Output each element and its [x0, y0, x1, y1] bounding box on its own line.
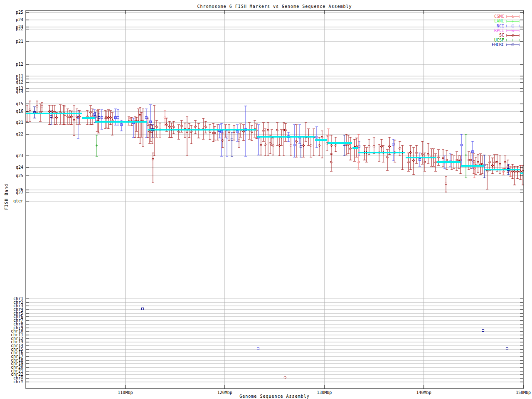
error-bar-sc: [248, 123, 251, 139]
error-bar-nci: [226, 131, 228, 156]
error-bar-sc: [491, 158, 494, 174]
error-bar-sc: [73, 105, 75, 135]
error-bar-sc: [272, 138, 274, 155]
error-bar-sc: [468, 152, 470, 170]
error-bar-sc: [399, 141, 401, 156]
error-bar-sc: [137, 109, 140, 138]
legend-label-csmc: CSMC: [494, 14, 504, 19]
error-bar-sc: [59, 105, 62, 124]
error-bar-sc: [473, 154, 475, 174]
chromosome-hit-points: [142, 308, 508, 379]
error-bar-fhcrc: [300, 137, 302, 157]
error-bar-sc: [151, 126, 153, 144]
error-bar-fhcrc: [343, 135, 345, 156]
error-bar-sc: [260, 137, 262, 155]
error-bar-sc: [238, 134, 240, 148]
error-bar-sc: [412, 148, 415, 175]
error-bar-sc: [382, 145, 384, 162]
error-bar-sc: [321, 131, 323, 158]
error-bar-sc: [190, 126, 192, 144]
error-bar-nci: [392, 139, 394, 161]
error-bar-sc: [427, 143, 429, 163]
x-tick-label: 150Mbp: [516, 390, 531, 395]
error-bar-sc: [209, 125, 211, 140]
error-bar-sc: [217, 125, 219, 140]
y-tick-label: q16: [16, 109, 23, 113]
error-bar-nci: [101, 110, 103, 129]
legend-label-nci: NCI: [497, 24, 504, 28]
error-bar-sc: [516, 166, 519, 179]
error-bar-sc: [284, 123, 287, 141]
error-bar-sc: [139, 107, 141, 143]
error-bar-nci: [358, 141, 360, 156]
error-bar-sc: [54, 105, 56, 125]
x-tick-label: 140Mbp: [416, 390, 431, 395]
y-tick-label: q23: [16, 153, 23, 158]
legend-label-fhcrc: FHCRC: [492, 42, 504, 47]
error-bar-sc: [353, 139, 356, 161]
y-tick-label: p21: [16, 39, 23, 44]
error-bar-sc: [48, 105, 51, 125]
y-tick-label: q25: [16, 173, 23, 178]
error-bar-sc: [445, 177, 447, 192]
grid-lines: [26, 10, 523, 389]
y-tick-label: q21: [16, 120, 23, 125]
error-bar-sc: [197, 123, 200, 138]
error-bar-sc: [401, 145, 404, 170]
error-bar-sc: [107, 110, 110, 129]
legend-label-rpci: RPCI: [494, 28, 504, 33]
error-bar-sc: [269, 135, 271, 154]
error-bar-sc: [313, 129, 315, 156]
error-bar-sc: [330, 154, 332, 171]
error-bar-sc: [349, 137, 352, 160]
chart-canvas: p25p24p23p22p21p12p11q11q12q13q14q15q16q…: [0, 0, 532, 399]
error-bar-sc: [434, 154, 437, 171]
error-bar-sc: [504, 156, 506, 168]
error-bar-sc: [177, 125, 180, 139]
error-bar-sc: [264, 129, 266, 156]
error-bar-sc: [347, 135, 350, 154]
y-tick-label: p24: [16, 17, 23, 22]
axes: p25p24p23p22p21p12p11q11q12q13q14q15q16q…: [11, 10, 531, 395]
error-bar-sc: [499, 156, 501, 174]
error-bar-nci: [220, 123, 223, 156]
y-tick-label: qter: [13, 199, 23, 203]
y-tick-label: q15: [16, 101, 23, 106]
legend-label-ucsf: UCSF: [494, 38, 504, 42]
error-bar-nci: [145, 109, 148, 138]
error-bar-sc: [78, 111, 81, 124]
y-tick-label: q14: [16, 89, 23, 94]
error-bar-sc: [111, 113, 113, 135]
error-bar-sc: [142, 109, 144, 146]
error-bar-sc: [488, 156, 491, 170]
error-bar-sc: [335, 137, 337, 152]
error-bar-sc: [283, 123, 285, 156]
error-bar-ucsf: [96, 135, 98, 156]
y-tick-label: q22: [16, 132, 23, 136]
y-tick-label: q12: [16, 80, 23, 84]
x-tick-label: 110Mbp: [118, 390, 133, 395]
error-bar-sc: [295, 125, 298, 157]
legend: CSMCLANLNCIRPCISCUCSFFHCRC: [492, 14, 519, 47]
error-bar-sc: [437, 150, 440, 165]
error-bar-sc: [302, 137, 305, 157]
error-bar-fhcrc: [231, 132, 233, 156]
error-bar-sc: [214, 126, 216, 140]
legend-label-lanl: LANL: [494, 19, 504, 23]
error-bar-sc: [305, 123, 307, 141]
error-bar-nci: [471, 141, 474, 168]
y-tick-label: chrY: [13, 379, 23, 384]
error-bar-sc: [310, 137, 312, 157]
error-bar-sc: [106, 111, 108, 128]
y-tick-label: p25: [16, 10, 23, 15]
error-bar-nci: [244, 106, 247, 156]
error-bar-sc: [446, 150, 448, 170]
error-bar-nci: [315, 127, 318, 148]
error-bar-sc: [421, 141, 424, 164]
error-bar-sc: [262, 123, 265, 141]
error-bar-sc: [522, 165, 524, 185]
error-bar-csmc: [473, 162, 475, 178]
x-tick-label: 130Mbp: [317, 390, 332, 395]
y-tick-label: p22: [16, 27, 23, 31]
error-bar-sc: [36, 101, 38, 112]
